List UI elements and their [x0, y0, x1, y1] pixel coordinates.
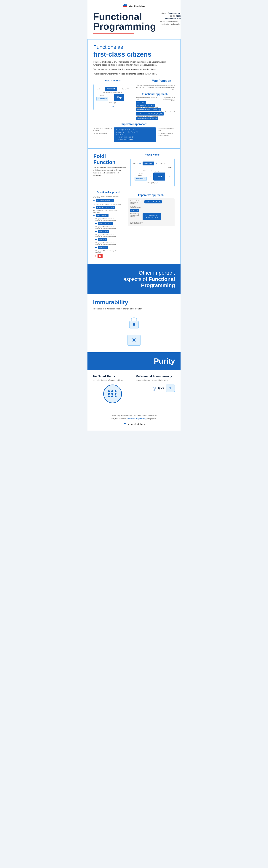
- main-title: Functional Programming: [93, 12, 156, 31]
- logo-text: stackbuilders: [129, 5, 145, 8]
- no-side-effects-icon: [103, 384, 122, 403]
- foldl-desc: The foldl function combines the elements…: [93, 166, 127, 177]
- foldl-imp-title: Imperative approach:: [128, 193, 175, 196]
- foldl-chain-step5: foldl f [3, 4, 5]: [95, 230, 124, 233]
- dot-outline: [112, 106, 113, 107]
- immutability-section: Immutability The value of a variable doe…: [88, 294, 180, 352]
- foldl-imp-layout: We define the list of numbers to be summ…: [130, 200, 173, 212]
- svg-rect-2: [124, 4, 125, 5]
- foldl-code7: foldl f 10 [5]: [98, 246, 108, 249]
- header-description: A way of constructing programs as the ap…: [160, 12, 180, 26]
- output-fx-label: Output f(X): [122, 88, 129, 90]
- foldl-code3: foldl f 0 numbers: [96, 214, 108, 217]
- foldl-imp-step1: We define the list of numbers to be summ…: [130, 200, 143, 204]
- imperative-title: Imperative approach:: [93, 123, 175, 126]
- foldl-imp-step4: We sum each element to the accumulator: [130, 222, 143, 224]
- fa-code5: map f numbers = [2, 4, 6, 8, 10]: [136, 117, 158, 120]
- arrow-right4: →: [126, 95, 129, 100]
- function-f-box2: Function f:: [96, 97, 108, 101]
- ref-trans-title: Referencial Transparency: [136, 375, 175, 378]
- map-section: How It works: Input X → Function f: → Ou…: [93, 79, 175, 120]
- foldl-imp-code1: numbers = [1, 2, 3, 4, 5]: [144, 200, 162, 204]
- imp-annotations-left: We define the list of numbers to be doub…: [93, 127, 112, 136]
- foldl-chain-step2: let numbers = [1, 2, 3, 4, 5]: [93, 206, 124, 209]
- grid-dot-6: [115, 393, 116, 395]
- immutability-desc: The value of a variable does not change …: [93, 307, 175, 311]
- foldl-chain-steps: We apply f to 0 and 1 and set the result…: [95, 218, 124, 258]
- map-flow-row: List of X Function f: → Map → List of f(…: [96, 94, 130, 104]
- bottom-concepts: No Side-Effects: A function does not aff…: [88, 370, 180, 411]
- footer-logo-icon: [123, 423, 127, 427]
- imp-step1: We define the list of numbers to be doub…: [93, 127, 112, 131]
- ref-trans-desc: An expression can be replaced by its out…: [136, 379, 175, 382]
- list-of-x-label: List of X: [100, 94, 105, 96]
- map-function-title: Map Map FunctionFunction →: [136, 79, 175, 83]
- no-side-effects: No Side-Effects: A function does not aff…: [93, 375, 132, 406]
- other-title: Other important aspects of Functional Pr…: [93, 270, 175, 288]
- foldl-function-f-box: Function f:: [142, 161, 154, 165]
- foldl-header: Foldl Function The foldl function combin…: [93, 153, 175, 187]
- foldl-fa-step2: We define the list of numbers we want su…: [93, 204, 124, 205]
- foldl-imperative-approach: Imperative approach: We define the list …: [128, 191, 175, 259]
- imperative-approach-section: Imperative approach: We define the list …: [93, 123, 175, 142]
- map-function-desc: The map function takes a function as an …: [136, 84, 175, 91]
- foldl-how-it-works: How It works: Input X → Function f: → Ou…: [130, 153, 175, 187]
- dot2: [93, 207, 95, 208]
- foldl-input-0: Input 0: [138, 175, 143, 176]
- fcc-desc1: Functions are treated as any other varia…: [93, 61, 175, 66]
- svg-rect-10: [125, 423, 126, 424]
- foldl-chain-step8: 15: [95, 254, 124, 258]
- foldl-fa-step7: We apply f to 6 and 4 and set the result…: [95, 242, 118, 245]
- lock-icon: [127, 314, 141, 331]
- fcc-desc3: Two interesting functions that leverage …: [93, 72, 175, 75]
- fx-formula: f(x): [158, 386, 164, 390]
- function-flow-row: Input X → Function f: → Output f(X): [96, 87, 130, 91]
- dot8: [95, 255, 96, 256]
- foldl-imp-step2: We start our accumulator with 0: [130, 206, 143, 208]
- function-f-box: Function f:: [105, 87, 117, 91]
- header: stackbuilders Functional Programming A w…: [88, 0, 180, 39]
- fa-code4: map f numbers = [2*1, 2*2, 2*3, 2*4, 2*5…: [136, 112, 164, 116]
- foldl-fa-step1: We define a function that adds a value t…: [93, 195, 124, 198]
- fcc-desc2: We can, for example, pass a function as …: [93, 68, 175, 71]
- foldl-fa-step5: We apply f to 1 and 2 and set the result…: [95, 226, 118, 229]
- map-left: How It works: Input X → Function f: → Ou…: [93, 79, 132, 120]
- foldl-code5: foldl f [3, 4, 5]: [98, 230, 109, 233]
- foldl-imp-code3: for x in numbers: accum = accum + x: [142, 213, 161, 220]
- dot4: [95, 223, 97, 224]
- foldl-magic-note: this is where the magic happens: [133, 170, 172, 172]
- fa-step2-label: We define the list of numbers we want to…: [160, 97, 175, 101]
- dot6: [95, 239, 97, 240]
- fcc-title-line2: first-class citizens: [93, 51, 175, 58]
- foldl-chain-step6: foldl f [4, 5]: [95, 238, 124, 241]
- grid-dot-4: [108, 393, 110, 395]
- svg-rect-1: [123, 6, 127, 7]
- input-x-label: Input X: [96, 88, 100, 90]
- map-right: Map Map FunctionFunction → The map funct…: [136, 79, 175, 120]
- footer: Created by: Willam Arellano / Sebastián …: [88, 411, 180, 431]
- footer-stay-tuned: Stay tuned for more Functional Programmi…: [93, 417, 175, 420]
- fa-step1-label: We define a function that doubles its in…: [136, 97, 160, 100]
- fx-display: y f(x) Y: [136, 384, 175, 392]
- logo-icon: [123, 4, 128, 9]
- foldl-imp-loop: We loop through each element of numbers …: [130, 213, 173, 224]
- foldl-title: Foldl Function: [93, 153, 127, 165]
- dot5: [95, 231, 97, 232]
- svg-rect-6: [133, 324, 135, 326]
- imp-step2: We define the output list as empty: [158, 127, 175, 131]
- arrow-right3: →: [109, 95, 113, 100]
- foldl-chain-step4: foldl f [1 {2, 3, 4, 5}]: [95, 222, 124, 225]
- foldl-intro: Foldl Function The foldl function combin…: [93, 153, 127, 187]
- foldl-fa-step8: We apply f to 10 and 5 and we get the fi…: [95, 250, 118, 253]
- fa-code2: let numbers = [1, 2, 3, 4, 5]: [136, 104, 155, 107]
- no-side-effects-title: No Side-Effects:: [93, 375, 132, 378]
- foldl-input-y: Input Y: [168, 167, 172, 168]
- grid-dot-8: [111, 396, 113, 397]
- no-side-effects-desc: A function does not affect the outside w…: [93, 379, 132, 382]
- arrow-right1: →: [101, 87, 104, 90]
- svg-rect-9: [124, 423, 125, 424]
- header-content: Functional Programming A way of construc…: [93, 12, 175, 34]
- magic-note: this is where the magic happens: [96, 92, 130, 93]
- purity-title: Purity: [93, 357, 175, 365]
- foldl-list-of-x: List of X: [138, 173, 143, 174]
